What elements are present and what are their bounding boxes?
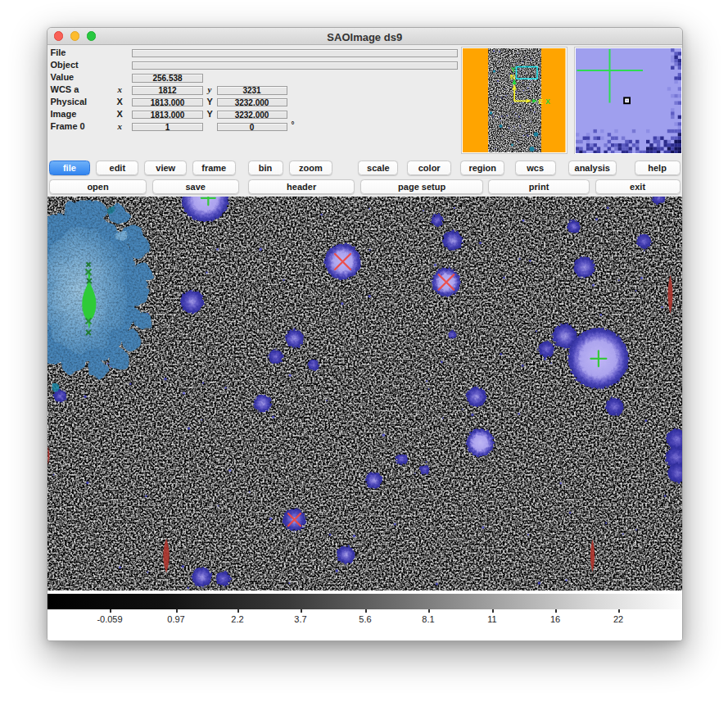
svg-text:X: X [545, 97, 550, 106]
svg-text:E: E [539, 97, 544, 106]
svg-text:N: N [510, 72, 515, 80]
